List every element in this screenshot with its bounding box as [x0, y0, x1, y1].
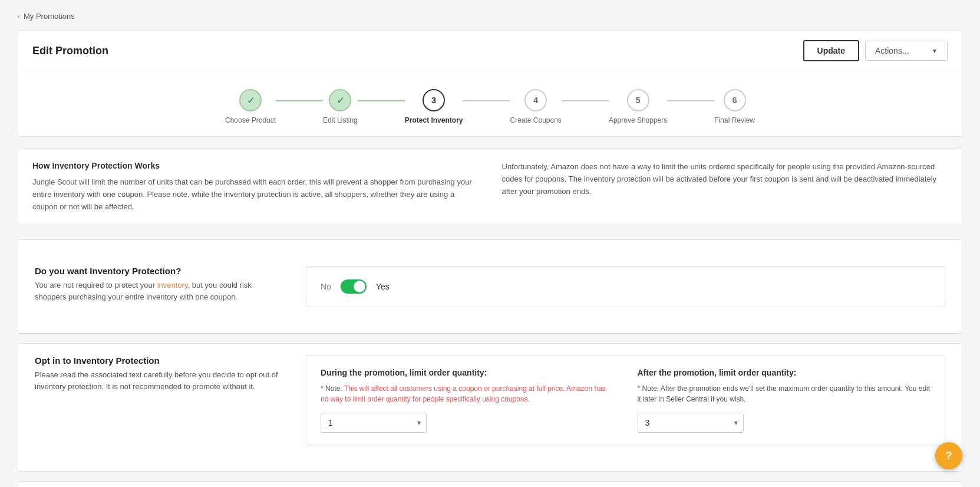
back-arrow-icon: ‹ [18, 12, 20, 21]
after-quantity-select[interactable]: 1 2 3 4 5 [638, 413, 744, 433]
header-actions: Update Actions... ▼ [803, 40, 948, 61]
inventory-link: inventory [157, 281, 188, 289]
inventory-toggle-switch[interactable] [341, 279, 367, 294]
opt-in-description: Please read the associated text carefull… [35, 369, 282, 392]
step-circle-1: ✓ [239, 89, 262, 111]
during-quantity-select[interactable]: 1 2 3 4 5 [321, 413, 427, 433]
connector-5-6 [667, 100, 714, 101]
step-number-3: 3 [431, 96, 436, 105]
breadcrumb-link[interactable]: My Promotions [24, 12, 75, 21]
after-select-wrapper: 1 2 3 4 5 [638, 413, 744, 433]
actions-dropdown-button[interactable]: Actions... ▼ [865, 41, 948, 61]
after-title: After the promotion, limit order quantit… [638, 368, 931, 377]
step-label-1: Choose Product [225, 116, 276, 124]
inventory-toggle-right: No Yes [306, 266, 945, 307]
update-button[interactable]: Update [803, 40, 859, 61]
opt-in-right: During the promotion, limit order quanti… [306, 356, 945, 445]
during-col: During the promotion, limit order quanti… [321, 368, 614, 433]
inventory-toggle-row: Do you want Inventory Protection? You ar… [35, 252, 945, 321]
step-number-4: 4 [533, 96, 538, 105]
info-box-right-text: Unfortunately, Amazon does not have a wa… [502, 161, 948, 198]
help-button[interactable]: ? [935, 442, 962, 469]
connector-2-3 [358, 100, 405, 101]
protection-columns: During the promotion, limit order quanti… [321, 368, 930, 433]
step-choose-product[interactable]: ✓ Choose Product [225, 89, 276, 124]
dates-section: Set Start and End Dates This is when you… [18, 481, 962, 487]
breadcrumb: ‹ My Promotions [18, 12, 962, 21]
during-title: During the promotion, limit order quanti… [321, 368, 614, 377]
page-title: Edit Promotion [32, 45, 108, 57]
step-circle-6: 6 [724, 89, 746, 111]
question-mark-icon: ? [946, 450, 952, 462]
toggle-yes-label: Yes [376, 282, 390, 291]
step-protect-inventory[interactable]: 3 Protect Inventory [405, 89, 463, 124]
info-box-left: How Inventory Protection Works Jungle Sc… [32, 161, 479, 213]
info-box-right: Unfortunately, Amazon does not have a wa… [502, 161, 948, 213]
edit-header: Edit Promotion Update Actions... ▼ [18, 31, 962, 71]
info-box-title: How Inventory Protection Works [32, 161, 479, 170]
inventory-protection-left: Do you want Inventory Protection? You ar… [35, 266, 282, 302]
step-label-2: Edit Listing [323, 116, 358, 124]
opt-in-row: Opt in to Inventory Protection Please re… [35, 356, 945, 459]
step-label-6: Final Review [714, 116, 755, 124]
toggle-box: No Yes [306, 266, 945, 307]
opt-in-section: Opt in to Inventory Protection Please re… [18, 343, 962, 472]
step-circle-4: 4 [524, 89, 547, 111]
connector-1-2 [276, 100, 323, 101]
inventory-protection-title: Do you want Inventory Protection? [35, 266, 282, 276]
after-col: After the promotion, limit order quantit… [638, 368, 931, 433]
step-approve-shoppers[interactable]: 5 Approve Shoppers [609, 89, 667, 124]
stepper: ✓ Choose Product ✓ Edit Listing 3 [18, 71, 962, 136]
step-edit-listing[interactable]: ✓ Edit Listing [323, 89, 358, 124]
toggle-no-label: No [321, 282, 331, 291]
step-circle-5: 5 [627, 89, 649, 111]
step-label-4: Create Coupons [510, 116, 561, 124]
check-icon-2: ✓ [336, 95, 344, 106]
step-number-5: 5 [636, 96, 641, 105]
step-circle-2: ✓ [329, 89, 351, 111]
step-label-5: Approve Shoppers [609, 116, 667, 124]
after-note: * Note: After the promotion ends we'll s… [638, 383, 931, 404]
chevron-down-icon: ▼ [932, 48, 938, 54]
during-note-highlight: This will affect all customers using a c… [321, 384, 606, 403]
step-final-review[interactable]: 6 Final Review [714, 89, 755, 124]
opt-in-left: Opt in to Inventory Protection Please re… [35, 356, 282, 392]
protection-options-box: During the promotion, limit order quanti… [306, 356, 945, 445]
step-create-coupons[interactable]: 4 Create Coupons [510, 89, 561, 124]
info-box: How Inventory Protection Works Jungle Sc… [18, 149, 962, 225]
step-circle-3: 3 [423, 89, 445, 111]
during-select-wrapper: 1 2 3 4 5 [321, 413, 427, 433]
step-number-6: 6 [732, 96, 737, 105]
inventory-protection-description: You are not required to protect your inv… [35, 279, 282, 302]
info-box-left-text: Jungle Scout will limit the number of un… [32, 176, 479, 213]
step-label-3: Protect Inventory [405, 116, 463, 124]
connector-3-4 [463, 100, 510, 101]
actions-label: Actions... [875, 46, 909, 55]
during-note: * Note: This will affect all customers u… [321, 383, 614, 404]
opt-in-title: Opt in to Inventory Protection [35, 356, 282, 366]
inventory-protection-section: Do you want Inventory Protection? You ar… [18, 239, 962, 334]
connector-4-5 [562, 100, 609, 101]
check-icon: ✓ [247, 95, 255, 106]
